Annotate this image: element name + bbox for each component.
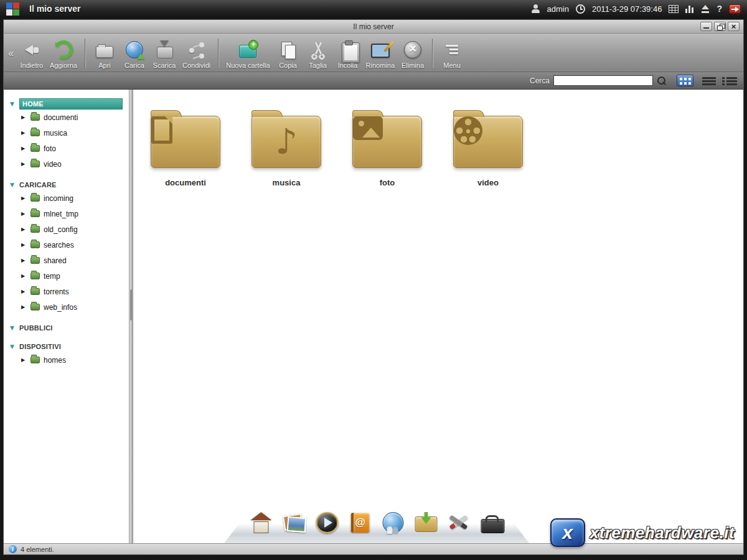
big-folder-icon xyxy=(352,116,422,168)
folder-icon xyxy=(31,114,40,121)
eject-icon[interactable] xyxy=(701,5,710,13)
folder-label: musica xyxy=(251,178,321,187)
view-grid-button[interactable] xyxy=(677,75,693,86)
sidebar-section-dispositivi[interactable]: ▼DISPOSITIVI xyxy=(10,341,129,352)
sidebar-section-pubblici[interactable]: ▼PUBBLICI xyxy=(10,322,129,334)
search-icon[interactable] xyxy=(657,76,667,86)
folder-musica[interactable]: musica xyxy=(251,108,321,187)
help-button[interactable]: ? xyxy=(716,4,722,14)
window-titlebar[interactable]: Il mio server xyxy=(4,20,743,34)
file-manager-window: Il mio server « IndietroAggiornaApriCari… xyxy=(3,19,744,555)
sidebar-item-mlnet_tmp[interactable]: ▶mlnet_tmp xyxy=(10,206,129,222)
section-collapse-arrow-icon[interactable]: ▼ xyxy=(10,325,16,331)
toolbar-button-label: Nuova cartella xyxy=(226,62,270,69)
search-input[interactable] xyxy=(553,75,653,86)
logout-icon[interactable] xyxy=(729,4,741,14)
apps-grid-icon[interactable] xyxy=(669,5,679,13)
expand-arrow-icon[interactable]: ▶ xyxy=(21,161,27,167)
toolbar-button-refresh[interactable]: Aggiorna xyxy=(47,35,80,72)
toolbar-button-copy[interactable]: Copia xyxy=(273,35,303,72)
expand-arrow-icon[interactable]: ▶ xyxy=(21,242,27,248)
dock-downloads-icon[interactable] xyxy=(414,511,439,534)
toolbar-button-download[interactable]: Scarica xyxy=(149,35,179,72)
sidebar-item-label: mlnet_tmp xyxy=(44,210,78,218)
expand-arrow-icon[interactable]: ▶ xyxy=(21,130,27,136)
dock-photos-icon[interactable] xyxy=(282,511,307,534)
view-list-button[interactable] xyxy=(702,77,716,85)
rename-icon xyxy=(369,39,392,60)
expand-arrow-icon[interactable]: ▶ xyxy=(21,146,27,151)
view-detail-button[interactable] xyxy=(722,77,737,85)
expand-arrow-icon[interactable]: ▶ xyxy=(21,226,27,232)
sidebar-section-caricare[interactable]: ▼CARICARE xyxy=(10,179,129,190)
toolbar-button-rename[interactable]: Rinomina xyxy=(363,35,398,72)
sidebar-item-searches[interactable]: ▶searches xyxy=(10,237,129,253)
datetime-label: 2011-3-29 07:39:46 xyxy=(592,4,662,14)
folder-video[interactable]: video xyxy=(453,108,523,187)
expand-arrow-icon[interactable]: ▶ xyxy=(21,304,27,310)
dock-home-icon[interactable] xyxy=(249,511,274,534)
section-collapse-arrow-icon[interactable]: ▼ xyxy=(10,101,16,107)
expand-arrow-icon[interactable]: ▶ xyxy=(21,211,27,217)
folder-label: documenti xyxy=(151,178,220,187)
toolbar-button-label: Apri xyxy=(98,62,111,69)
toolbar-button-delete[interactable]: Elimina xyxy=(398,35,428,72)
section-collapse-arrow-icon[interactable]: ▼ xyxy=(10,182,16,188)
sidebar-item-incoming[interactable]: ▶incoming xyxy=(10,190,129,206)
big-folder-icon xyxy=(251,116,321,168)
sidebar-item-label: homes xyxy=(44,356,66,365)
toolbar-button-label: Elimina xyxy=(402,62,424,69)
sidebar-item-old_config[interactable]: ▶old_config xyxy=(10,222,129,237)
toolbar-button-label: Condividi xyxy=(182,62,210,69)
toolbar-button-cut[interactable]: Taglia xyxy=(303,35,333,72)
file-browser-area[interactable]: documentimusicafotovideo xyxy=(133,90,743,543)
toolbar-button-open[interactable]: Apri xyxy=(90,35,120,72)
dock-toolbox-icon[interactable] xyxy=(480,511,505,534)
toolbar-separator xyxy=(218,39,218,68)
sidebar-item-documenti[interactable]: ▶documenti xyxy=(10,110,129,125)
dock-media-player-icon[interactable] xyxy=(315,511,340,534)
dock-tools-icon[interactable] xyxy=(447,511,472,534)
toolbar-button-paste[interactable]: Incolla xyxy=(333,35,363,72)
toolbar-button-newfolder[interactable]: Nuova cartella xyxy=(223,35,273,72)
expand-arrow-icon[interactable]: ▶ xyxy=(21,289,27,294)
sidebar-item-foto[interactable]: ▶foto xyxy=(10,141,129,156)
expand-arrow-icon[interactable]: ▶ xyxy=(21,273,27,279)
toolbar-button-share[interactable]: Condividi xyxy=(179,35,214,72)
restore-button[interactable] xyxy=(714,22,726,31)
expand-arrow-icon[interactable]: ▶ xyxy=(21,195,27,201)
toolbar-button-menu[interactable]: Menu xyxy=(437,35,467,72)
sidebar-section-home[interactable]: ▼HOME xyxy=(10,98,129,110)
sidebar-item-homes[interactable]: ▶homes xyxy=(10,352,129,368)
toolbar-collapse-icon[interactable]: « xyxy=(5,48,17,59)
section-collapse-arrow-icon[interactable]: ▼ xyxy=(10,343,16,350)
sidebar-item-torrents[interactable]: ▶torrents xyxy=(10,284,129,299)
folder-documenti[interactable]: documenti xyxy=(151,108,220,187)
music-glyph-icon xyxy=(252,116,321,167)
system-title: Il mio server xyxy=(29,4,81,14)
toolbar-button-upload[interactable]: Carica xyxy=(120,35,149,72)
system-top-bar: Il mio server admin 2011-3-29 07:39:46 ? xyxy=(0,0,747,17)
close-button[interactable] xyxy=(728,22,740,31)
folder-foto[interactable]: foto xyxy=(352,108,422,187)
expand-arrow-icon[interactable]: ▶ xyxy=(21,114,27,120)
stats-icon[interactable] xyxy=(685,5,694,13)
username-label[interactable]: admin xyxy=(547,4,568,14)
folder-icon xyxy=(31,273,40,279)
splitter-handle[interactable] xyxy=(130,289,132,320)
dock-contacts-icon[interactable] xyxy=(348,511,373,534)
status-text: 4 elementi. xyxy=(21,546,54,553)
sidebar-item-temp[interactable]: ▶temp xyxy=(10,268,129,284)
sidebar-item-video[interactable]: ▶video xyxy=(10,156,129,172)
open-folder-icon xyxy=(93,39,116,60)
dock-network-icon[interactable] xyxy=(381,511,406,534)
sidebar-item-shared[interactable]: ▶shared xyxy=(10,253,129,268)
expand-arrow-icon[interactable]: ▶ xyxy=(21,258,27,263)
sidebar-item-web_infos[interactable]: ▶web_infos xyxy=(10,299,129,315)
minimize-button[interactable] xyxy=(700,22,712,31)
sidebar-splitter[interactable] xyxy=(129,90,133,543)
sidebar-item-musica[interactable]: ▶musica xyxy=(10,125,129,141)
expand-arrow-icon[interactable]: ▶ xyxy=(21,357,27,363)
toolbar-button-label: Aggiorna xyxy=(50,62,77,69)
toolbar-button-back[interactable]: Indietro xyxy=(17,35,47,72)
